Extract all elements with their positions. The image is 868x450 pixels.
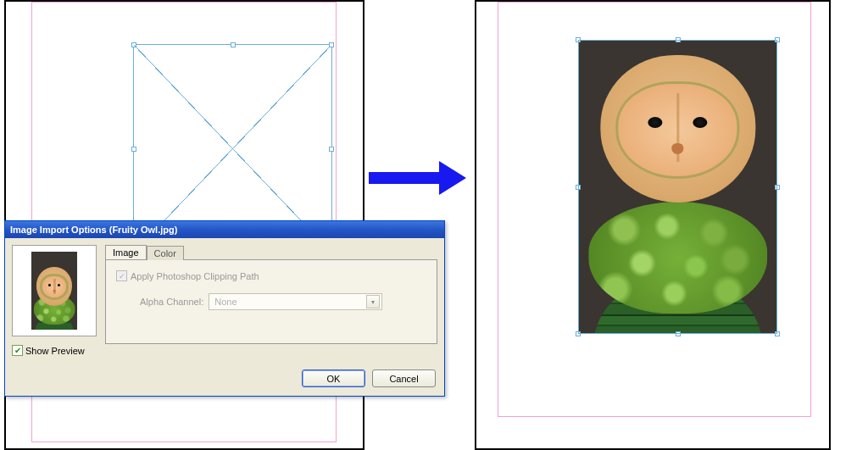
alpha-channel-label: Alpha Channel: (140, 297, 203, 307)
tab-color[interactable]: Color (147, 246, 184, 260)
dialog-title: Image Import Options (Fruity Owl.jpg) (10, 225, 177, 235)
document-canvas-after[interactable] (475, 0, 831, 450)
tab-panel-image: ✓ Apply Photoshop Clipping Path Alpha Ch… (105, 259, 437, 344)
tab-image[interactable]: Image (105, 245, 147, 259)
resize-handle[interactable] (231, 42, 236, 47)
alpha-channel-value: None (214, 297, 236, 307)
dialog-titlebar[interactable]: Image Import Options (Fruity Owl.jpg) (5, 221, 444, 238)
apply-clipping-path-label: Apply Photoshop Clipping Path (131, 271, 259, 281)
chevron-down-icon: ▾ (366, 295, 380, 308)
placed-image-frame[interactable] (578, 40, 777, 334)
cancel-button[interactable]: Cancel (372, 369, 436, 387)
resize-handle[interactable] (329, 147, 334, 152)
ok-button[interactable]: OK (302, 369, 365, 387)
resize-handle[interactable] (131, 42, 136, 47)
preview-thumbnail (12, 245, 97, 336)
show-preview-label: Show Preview (25, 346, 85, 356)
alpha-channel-select: None ▾ (209, 293, 382, 310)
resize-handle[interactable] (131, 147, 136, 152)
apply-clipping-path-checkbox: ✓ (116, 270, 127, 281)
selection-border (578, 40, 777, 334)
show-preview-checkbox[interactable]: ✔ (12, 345, 23, 356)
resize-handle[interactable] (329, 42, 334, 47)
arrow-icon (369, 165, 466, 191)
image-import-options-dialog: Image Import Options (Fruity Owl.jpg) (4, 220, 445, 397)
